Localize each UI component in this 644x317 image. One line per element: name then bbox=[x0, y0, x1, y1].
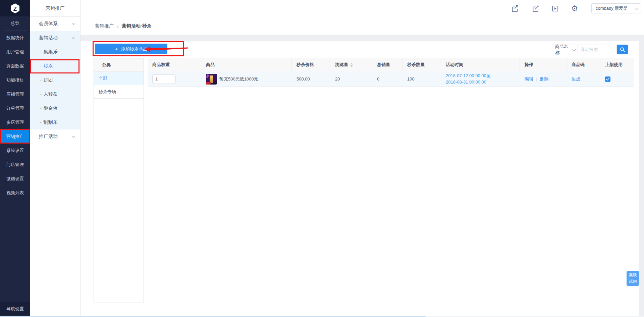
cell-product: 预充500元抵1000元 bbox=[201, 71, 292, 87]
breadcrumb: 营销推广 / 营销活动·秒杀 bbox=[80, 17, 644, 35]
submenu-group-label: 会员体系 bbox=[39, 21, 58, 27]
submenu-group-header[interactable]: 营销活动 bbox=[30, 31, 80, 45]
category-item-all[interactable]: 全部 bbox=[94, 72, 144, 85]
submenu-group-marketing-activities: 营销活动 集集乐 秒杀 拼团 大转盘 砸金蛋 刮刮乐 bbox=[30, 31, 80, 129]
sidebar-item-page-data[interactable]: 页面数据 bbox=[0, 59, 30, 73]
sidebar-item-system-settings[interactable]: 系统设置 bbox=[0, 144, 30, 158]
trial-badge-line2: 试用 bbox=[629, 278, 637, 285]
sidebar-item-video-list[interactable]: 视频列表 bbox=[0, 186, 30, 200]
chevron-down-icon bbox=[72, 22, 75, 25]
chevron-down-icon bbox=[72, 135, 75, 138]
col-activity-time: 活动时间 bbox=[441, 58, 520, 71]
time-start: 2018-07-12 00:00:00至 bbox=[446, 73, 491, 79]
company-select[interactable]: combaby 新爱婴 bbox=[591, 3, 641, 13]
sidebar-item-wechat-settings[interactable]: 微信设置 bbox=[0, 172, 30, 186]
col-price: 秒杀价格 bbox=[292, 58, 330, 71]
video-play-icon[interactable] bbox=[550, 3, 560, 13]
settings-gear-icon[interactable]: ⚙ bbox=[570, 3, 580, 13]
edit-link[interactable]: 编辑 bbox=[525, 76, 533, 82]
submenu-group-member-system[interactable]: 会员体系 bbox=[30, 17, 80, 31]
search-icon bbox=[620, 47, 625, 52]
enabled-checkbox[interactable] bbox=[605, 76, 610, 82]
sort-carets-icon[interactable] bbox=[350, 63, 353, 67]
submenu-group-label: 营销活动 bbox=[39, 35, 58, 41]
link-separator: | bbox=[536, 76, 537, 82]
trial-badge-line1: 高级 bbox=[629, 272, 637, 278]
horizontal-scrollbar-thumb[interactable] bbox=[0, 316, 426, 317]
top-header: ⚙ combaby 新爱婴 bbox=[80, 0, 644, 17]
seckill-table: 商品权重 商品 秒杀价格 浏览量 总销量 秒杀数量 活动时间 操作 商品码 上架… bbox=[148, 58, 634, 87]
table-row: 预充500元抵1000元 500.00 20 0 100 2018-07-12 … bbox=[148, 71, 634, 87]
submenu-item-guaguale[interactable]: 刮刮乐 bbox=[30, 115, 80, 129]
submenu-item-pintuan[interactable]: 拼团 bbox=[30, 73, 80, 87]
col-product: 商品 bbox=[201, 58, 292, 71]
sidebar-item-store-mgmt[interactable]: 门店管理 bbox=[0, 158, 30, 172]
chevron-up-icon bbox=[72, 37, 75, 41]
sidebar-item-multistore[interactable]: 多店管理 bbox=[0, 115, 30, 129]
breadcrumb-current: 营销活动·秒杀 bbox=[122, 23, 152, 29]
category-panel-header: 分类 bbox=[94, 58, 144, 72]
sidebar-footer-nav-settings[interactable]: 导航设置 bbox=[0, 302, 30, 316]
check-icon bbox=[606, 77, 610, 81]
add-button-label: 添加秒杀商品 bbox=[121, 46, 147, 52]
sidebar-item-marketing[interactable]: 营销推广 bbox=[0, 129, 30, 144]
breadcrumb-section[interactable]: 营销推广 bbox=[95, 23, 114, 29]
secondary-sidebar: 营销推广 会员体系 营销活动 集集乐 秒杀 拼团 大转盘 砸金蛋 刮刮乐 推广活… bbox=[30, 0, 80, 317]
col-enabled: 上架使用 bbox=[600, 58, 634, 71]
plus-icon: + bbox=[115, 46, 118, 52]
compose-icon[interactable] bbox=[531, 3, 541, 13]
col-weight: 商品权重 bbox=[148, 58, 201, 71]
col-views: 浏览量 bbox=[330, 58, 372, 71]
sidebar-item-order-mgmt[interactable]: 订单管理 bbox=[0, 101, 30, 115]
cell-views: 20 bbox=[330, 71, 372, 87]
add-seckill-product-button[interactable]: + 添加秒杀商品 bbox=[95, 44, 167, 54]
horizontal-scrollbar[interactable] bbox=[0, 316, 644, 317]
external-link-icon[interactable] bbox=[510, 3, 520, 13]
category-panel: 分类 全部 秒杀专场 bbox=[94, 58, 144, 303]
product-thumbnail bbox=[206, 74, 217, 85]
sidebar-item-user-mgmt[interactable]: 用户管理 bbox=[0, 45, 30, 59]
svg-text:Z: Z bbox=[13, 5, 17, 12]
col-seckill-qty: 秒杀数量 bbox=[402, 58, 441, 71]
submenu-group-promotion[interactable]: 推广活动 bbox=[30, 129, 80, 144]
submenu-item-jijile[interactable]: 集集乐 bbox=[30, 45, 80, 59]
app-logo: Z bbox=[0, 0, 30, 16]
category-item-seckill-special[interactable]: 秒杀专场 bbox=[94, 85, 144, 99]
cell-total-sales: 0 bbox=[372, 71, 402, 87]
col-total-sales: 总销量 bbox=[372, 58, 402, 71]
search-field-value: 商品名称 bbox=[555, 44, 572, 56]
cell-weight bbox=[148, 71, 201, 87]
submenu-item-zajindan[interactable]: 砸金蛋 bbox=[30, 101, 80, 115]
search-field-select[interactable]: 商品名称 bbox=[552, 45, 578, 54]
logo-hexagon-icon: Z bbox=[9, 2, 21, 14]
cell-activity-time: 2018-07-12 00:00:00至 2018-08-31 00:00:00 bbox=[441, 71, 520, 87]
generate-link[interactable]: 生成 bbox=[572, 76, 580, 82]
submenu-item-seckill[interactable]: 秒杀 bbox=[30, 59, 80, 73]
product-name: 预充500元抵1000元 bbox=[219, 76, 258, 82]
sidebar-item-overview[interactable]: 总览 bbox=[0, 16, 30, 31]
advanced-trial-badge[interactable]: 高级 试用 bbox=[627, 271, 639, 286]
breadcrumb-separator: / bbox=[117, 23, 118, 29]
search-input[interactable] bbox=[578, 45, 617, 54]
company-select-value: combaby 新爱婴 bbox=[596, 5, 628, 11]
cell-enabled bbox=[600, 71, 634, 87]
main-sidebar: Z 总览 数据统计 用户管理 页面数据 功能模块 店铺管理 订单管理 多店管理 … bbox=[0, 0, 30, 317]
search-button[interactable] bbox=[617, 45, 628, 54]
weight-input[interactable] bbox=[152, 74, 176, 84]
main-content: + 添加秒杀商品 商品名称 分类 全部 秒杀专场 商品权重 商品 秒杀价格 bbox=[80, 41, 639, 316]
col-actions: 操作 bbox=[520, 58, 567, 71]
submenu-item-dazhuanpan[interactable]: 大转盘 bbox=[30, 87, 80, 101]
cell-seckill-qty: 100 bbox=[402, 71, 441, 87]
chevron-down-icon bbox=[635, 7, 638, 10]
col-product-code: 商品码 bbox=[567, 58, 600, 71]
submenu-group-label: 推广活动 bbox=[39, 134, 58, 140]
sidebar-item-modules[interactable]: 功能模块 bbox=[0, 73, 30, 87]
sidebar-item-data-stats[interactable]: 数据统计 bbox=[0, 31, 30, 45]
cell-product-code: 生成 bbox=[567, 71, 600, 87]
sidebar-item-shop-mgmt[interactable]: 店铺管理 bbox=[0, 87, 30, 101]
chevron-down-icon bbox=[573, 48, 576, 51]
time-end: 2018-08-31 00:00:00 bbox=[446, 79, 491, 86]
delete-link[interactable]: 删除 bbox=[540, 76, 548, 82]
submenu-title: 营销推广 bbox=[30, 0, 80, 17]
cell-actions: 编辑 | 删除 bbox=[520, 71, 567, 87]
